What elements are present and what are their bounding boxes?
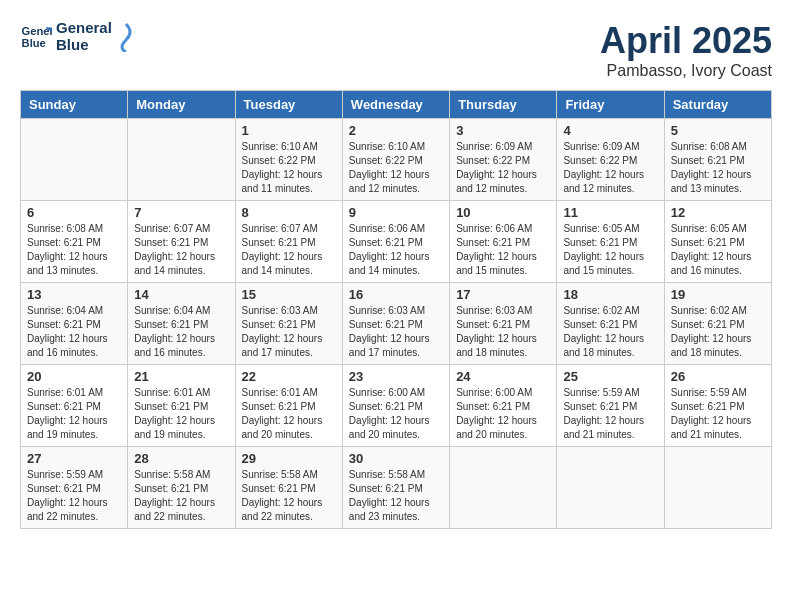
day-number: 6 <box>27 205 121 220</box>
calendar-cell: 16 Sunrise: 6:03 AMSunset: 6:21 PMDaylig… <box>342 283 449 365</box>
page-header: General Blue General Blue April 2025 Pam… <box>20 20 772 80</box>
day-info: Sunrise: 6:05 AMSunset: 6:21 PMDaylight:… <box>671 223 752 276</box>
calendar-cell: 3 Sunrise: 6:09 AMSunset: 6:22 PMDayligh… <box>450 119 557 201</box>
calendar-cell: 18 Sunrise: 6:02 AMSunset: 6:21 PMDaylig… <box>557 283 664 365</box>
calendar-subtitle: Pambasso, Ivory Coast <box>600 62 772 80</box>
day-number: 28 <box>134 451 228 466</box>
logo-text-general: General <box>56 20 112 37</box>
calendar-cell: 20 Sunrise: 6:01 AMSunset: 6:21 PMDaylig… <box>21 365 128 447</box>
day-number: 26 <box>671 369 765 384</box>
calendar-cell: 26 Sunrise: 5:59 AMSunset: 6:21 PMDaylig… <box>664 365 771 447</box>
day-info: Sunrise: 6:02 AMSunset: 6:21 PMDaylight:… <box>563 305 644 358</box>
logo-icon: General Blue <box>20 21 52 53</box>
day-number: 9 <box>349 205 443 220</box>
day-info: Sunrise: 6:10 AMSunset: 6:22 PMDaylight:… <box>242 141 323 194</box>
calendar-cell: 10 Sunrise: 6:06 AMSunset: 6:21 PMDaylig… <box>450 201 557 283</box>
day-number: 3 <box>456 123 550 138</box>
day-number: 23 <box>349 369 443 384</box>
header-row: Sunday Monday Tuesday Wednesday Thursday… <box>21 91 772 119</box>
calendar-cell: 5 Sunrise: 6:08 AMSunset: 6:21 PMDayligh… <box>664 119 771 201</box>
calendar-cell <box>664 447 771 529</box>
calendar-cell <box>450 447 557 529</box>
title-area: April 2025 Pambasso, Ivory Coast <box>600 20 772 80</box>
day-info: Sunrise: 6:02 AMSunset: 6:21 PMDaylight:… <box>671 305 752 358</box>
calendar-cell <box>128 119 235 201</box>
day-info: Sunrise: 6:10 AMSunset: 6:22 PMDaylight:… <box>349 141 430 194</box>
calendar-cell: 14 Sunrise: 6:04 AMSunset: 6:21 PMDaylig… <box>128 283 235 365</box>
day-number: 11 <box>563 205 657 220</box>
day-info: Sunrise: 6:00 AMSunset: 6:21 PMDaylight:… <box>349 387 430 440</box>
calendar-cell <box>557 447 664 529</box>
col-friday: Friday <box>557 91 664 119</box>
day-info: Sunrise: 6:03 AMSunset: 6:21 PMDaylight:… <box>349 305 430 358</box>
calendar-cell: 7 Sunrise: 6:07 AMSunset: 6:21 PMDayligh… <box>128 201 235 283</box>
calendar-cell: 21 Sunrise: 6:01 AMSunset: 6:21 PMDaylig… <box>128 365 235 447</box>
day-number: 5 <box>671 123 765 138</box>
week-row-2: 6 Sunrise: 6:08 AMSunset: 6:21 PMDayligh… <box>21 201 772 283</box>
day-info: Sunrise: 6:00 AMSunset: 6:21 PMDaylight:… <box>456 387 537 440</box>
col-tuesday: Tuesday <box>235 91 342 119</box>
day-info: Sunrise: 6:01 AMSunset: 6:21 PMDaylight:… <box>134 387 215 440</box>
day-info: Sunrise: 6:04 AMSunset: 6:21 PMDaylight:… <box>134 305 215 358</box>
day-number: 25 <box>563 369 657 384</box>
calendar-cell: 28 Sunrise: 5:58 AMSunset: 6:21 PMDaylig… <box>128 447 235 529</box>
day-info: Sunrise: 6:07 AMSunset: 6:21 PMDaylight:… <box>242 223 323 276</box>
calendar-cell: 13 Sunrise: 6:04 AMSunset: 6:21 PMDaylig… <box>21 283 128 365</box>
calendar-cell: 29 Sunrise: 5:58 AMSunset: 6:21 PMDaylig… <box>235 447 342 529</box>
day-info: Sunrise: 5:59 AMSunset: 6:21 PMDaylight:… <box>671 387 752 440</box>
day-number: 24 <box>456 369 550 384</box>
svg-text:Blue: Blue <box>22 36 46 48</box>
week-row-3: 13 Sunrise: 6:04 AMSunset: 6:21 PMDaylig… <box>21 283 772 365</box>
day-number: 15 <box>242 287 336 302</box>
col-thursday: Thursday <box>450 91 557 119</box>
day-number: 12 <box>671 205 765 220</box>
calendar-cell: 11 Sunrise: 6:05 AMSunset: 6:21 PMDaylig… <box>557 201 664 283</box>
day-info: Sunrise: 6:03 AMSunset: 6:21 PMDaylight:… <box>242 305 323 358</box>
day-number: 19 <box>671 287 765 302</box>
day-info: Sunrise: 6:08 AMSunset: 6:21 PMDaylight:… <box>671 141 752 194</box>
calendar-cell: 22 Sunrise: 6:01 AMSunset: 6:21 PMDaylig… <box>235 365 342 447</box>
day-number: 7 <box>134 205 228 220</box>
day-info: Sunrise: 5:59 AMSunset: 6:21 PMDaylight:… <box>563 387 644 440</box>
col-saturday: Saturday <box>664 91 771 119</box>
calendar-cell: 2 Sunrise: 6:10 AMSunset: 6:22 PMDayligh… <box>342 119 449 201</box>
week-row-5: 27 Sunrise: 5:59 AMSunset: 6:21 PMDaylig… <box>21 447 772 529</box>
day-number: 1 <box>242 123 336 138</box>
day-number: 30 <box>349 451 443 466</box>
day-number: 20 <box>27 369 121 384</box>
logo-text-blue: Blue <box>56 37 112 54</box>
svg-text:General: General <box>22 25 52 37</box>
day-info: Sunrise: 6:04 AMSunset: 6:21 PMDaylight:… <box>27 305 108 358</box>
day-number: 16 <box>349 287 443 302</box>
calendar-title: April 2025 <box>600 20 772 62</box>
calendar-cell: 8 Sunrise: 6:07 AMSunset: 6:21 PMDayligh… <box>235 201 342 283</box>
day-info: Sunrise: 6:03 AMSunset: 6:21 PMDaylight:… <box>456 305 537 358</box>
calendar-cell: 19 Sunrise: 6:02 AMSunset: 6:21 PMDaylig… <box>664 283 771 365</box>
day-info: Sunrise: 6:09 AMSunset: 6:22 PMDaylight:… <box>563 141 644 194</box>
day-info: Sunrise: 6:06 AMSunset: 6:21 PMDaylight:… <box>456 223 537 276</box>
calendar-cell: 23 Sunrise: 6:00 AMSunset: 6:21 PMDaylig… <box>342 365 449 447</box>
day-info: Sunrise: 6:05 AMSunset: 6:21 PMDaylight:… <box>563 223 644 276</box>
logo: General Blue General Blue <box>20 20 136 53</box>
day-number: 21 <box>134 369 228 384</box>
day-info: Sunrise: 5:59 AMSunset: 6:21 PMDaylight:… <box>27 469 108 522</box>
calendar-cell: 27 Sunrise: 5:59 AMSunset: 6:21 PMDaylig… <box>21 447 128 529</box>
day-number: 13 <box>27 287 121 302</box>
day-number: 29 <box>242 451 336 466</box>
calendar-cell: 6 Sunrise: 6:08 AMSunset: 6:21 PMDayligh… <box>21 201 128 283</box>
day-number: 17 <box>456 287 550 302</box>
day-info: Sunrise: 5:58 AMSunset: 6:21 PMDaylight:… <box>242 469 323 522</box>
day-info: Sunrise: 6:08 AMSunset: 6:21 PMDaylight:… <box>27 223 108 276</box>
col-wednesday: Wednesday <box>342 91 449 119</box>
calendar-cell: 4 Sunrise: 6:09 AMSunset: 6:22 PMDayligh… <box>557 119 664 201</box>
calendar-table: Sunday Monday Tuesday Wednesday Thursday… <box>20 90 772 529</box>
col-monday: Monday <box>128 91 235 119</box>
week-row-1: 1 Sunrise: 6:10 AMSunset: 6:22 PMDayligh… <box>21 119 772 201</box>
col-sunday: Sunday <box>21 91 128 119</box>
day-number: 22 <box>242 369 336 384</box>
calendar-cell: 12 Sunrise: 6:05 AMSunset: 6:21 PMDaylig… <box>664 201 771 283</box>
logo-wave-icon <box>116 22 136 52</box>
calendar-cell: 24 Sunrise: 6:00 AMSunset: 6:21 PMDaylig… <box>450 365 557 447</box>
day-number: 10 <box>456 205 550 220</box>
calendar-cell: 17 Sunrise: 6:03 AMSunset: 6:21 PMDaylig… <box>450 283 557 365</box>
